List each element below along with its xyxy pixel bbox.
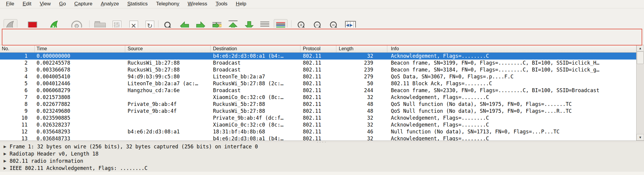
wireshark-window: FileEditViewGoCaptureAnalyzeStatisticsTe…: [0, 0, 644, 175]
packet-row-6[interactable]: 60.006068279Hangzhou_cd:7a:6eBroadcast80…: [0, 87, 636, 94]
cell-destination: 18:31:bf:4b:8b:68: [211, 128, 300, 135]
detail-text: Frame 1: 32 bytes on wire (256 bits), 32…: [10, 143, 258, 150]
cell-source: Hangzhou_cd:7a:6e: [125, 87, 211, 94]
menu-statistics[interactable]: Statistics: [123, 0, 152, 8]
menu-bar: FileEditViewGoCaptureAnalyzeStatisticsTe…: [0, 0, 644, 8]
cell-destination: Broadcast: [211, 66, 300, 73]
cell-protocol: 802.11: [300, 128, 336, 135]
cell-info: Acknowledgement, Flags=........C: [387, 53, 636, 60]
cell-no: 1: [0, 53, 35, 60]
packet-row-11[interactable]: 110.026328237XiaomiCo_0c:32:c0 (8c:…802.…: [0, 121, 636, 128]
column-header-protocol[interactable]: Protocol: [300, 45, 336, 52]
cell-no: 6: [0, 87, 35, 94]
cell-info: Beacon frame, SN=2330, FN=0, Flags=.....…: [387, 87, 636, 94]
scrollbar-thumb[interactable]: [637, 51, 644, 64]
menu-telephony[interactable]: Telephony: [152, 0, 184, 8]
expander-triangle-icon[interactable]: ▶: [0, 143, 10, 150]
cell-time: 0.023249680: [35, 108, 125, 115]
cell-time: 0.035648293: [35, 128, 125, 135]
cell-info: QoS Null function (No data), SN=1975, FN…: [387, 108, 636, 115]
packet-row-8[interactable]: 80.022677882Private_9b:ab:4fRuckusWi_5b:…: [0, 101, 636, 108]
cell-source: RuckusWi_5b:27:88: [125, 66, 211, 73]
cell-no: 8: [0, 101, 35, 108]
cell-source: 94:d9:b3:99:c5:80: [125, 73, 211, 80]
cell-info: Beacon frame, SN=3199, FN=0, Flags=.....…: [387, 60, 636, 66]
cell-destination: Broadcast: [211, 87, 300, 94]
detail-row[interactable]: ▶802.11 radio information: [0, 157, 644, 165]
cell-length: 48: [336, 101, 387, 108]
menu-help[interactable]: Help: [232, 0, 250, 8]
detail-row[interactable]: ▶Frame 1: 32 bytes on wire (256 bits), 3…: [0, 143, 644, 150]
packet-row-4[interactable]: 40.00400541094:d9:b3:99:c5:80LiteonTe_bb…: [0, 73, 636, 80]
menu-analyze[interactable]: Analyze: [96, 0, 123, 8]
scroll-up-button[interactable]: ▲: [637, 45, 644, 51]
cell-protocol: 802.11: [300, 115, 336, 121]
svg-text:+: +: [299, 22, 303, 27]
menu-tools[interactable]: Tools: [211, 0, 232, 8]
cell-source: Private_9b:ab:4f: [125, 108, 211, 115]
cell-source: [125, 121, 211, 128]
menu-edit[interactable]: Edit: [18, 0, 35, 8]
cell-time: 0.003366678: [35, 66, 125, 73]
column-header-time[interactable]: Time: [35, 45, 125, 52]
detail-row[interactable]: ▶Radiotap Header v0, Length 18: [0, 150, 644, 157]
cell-protocol: 802.11: [300, 87, 336, 94]
svg-text:−: −: [315, 22, 319, 27]
cell-source: RuckusWi_1b:27:88: [125, 60, 211, 66]
menu-file[interactable]: File: [2, 0, 18, 8]
cell-no: 13: [0, 135, 35, 141]
expander-triangle-icon[interactable]: ▶: [0, 157, 10, 165]
packet-row-3[interactable]: 30.003366678RuckusWi_5b:27:88Broadcast80…: [0, 66, 636, 73]
cell-no: 4: [0, 73, 35, 80]
menu-wireless[interactable]: Wireless: [184, 0, 211, 8]
cell-protocol: 802.11: [300, 94, 336, 101]
detail-row[interactable]: ▶IEEE 802.11 Acknowledgement, Flags: ...…: [0, 165, 644, 172]
svg-text:=: =: [332, 23, 335, 27]
expander-triangle-icon[interactable]: ▶: [0, 165, 10, 172]
pane-splitter[interactable]: ····: [0, 141, 644, 143]
cell-source: b4:e6:2d:d3:08:a1: [125, 128, 211, 135]
column-header-length[interactable]: Length: [336, 45, 387, 52]
packet-row-1[interactable]: 10.000000000b4:e6:2d:d3:08:a1 (b4:…802.1…: [0, 53, 636, 60]
cell-destination: Private_9b:ab:4f (dc:f…: [211, 115, 300, 121]
packet-row-9[interactable]: 90.023249680Private_9b:ab:4fRuckusWi_5b:…: [0, 108, 636, 115]
cell-source: [125, 94, 211, 101]
cell-protocol: 802.11: [300, 73, 336, 80]
cell-destination: RuckusWi_5b:27:88 (2c:…: [211, 80, 300, 87]
cell-no: 11: [0, 121, 35, 128]
cell-source: [125, 115, 211, 121]
cell-no: 7: [0, 94, 35, 101]
cell-time: 0.002245578: [35, 60, 125, 66]
packet-row-12[interactable]: 120.035648293b4:e6:2d:d3:08:a118:31:bf:4…: [0, 128, 636, 135]
menu-view[interactable]: View: [36, 0, 55, 8]
cell-length: 32: [336, 115, 387, 121]
scroll-down-button[interactable]: ▼: [637, 134, 644, 141]
packet-list: 10.000000000b4:e6:2d:d3:08:a1 (b4:…802.1…: [0, 53, 636, 141]
vertical-scrollbar[interactable]: ▲ ▼: [636, 45, 644, 141]
expander-triangle-icon[interactable]: ▶: [0, 150, 10, 157]
packet-row-7[interactable]: 70.021573808XiaomiCo_0c:32:c0 (8c:…802.1…: [0, 94, 636, 101]
cell-info: QoS Null function (No data), SN=1975, FN…: [387, 101, 636, 108]
menu-capture[interactable]: Capture: [70, 0, 96, 8]
packet-row-5[interactable]: 50.004012446LiteonTe_bb:2a:a7 (ac:…Rucku…: [0, 80, 636, 87]
column-header-source[interactable]: Source: [125, 45, 211, 52]
cell-time: 0.004012446: [35, 80, 125, 87]
cell-destination: XiaomiCo_0c:32:c0 (8c:…: [211, 121, 300, 128]
cell-length: 48: [336, 108, 387, 115]
cell-destination: XiaomiCo_0c:32:c0 (8c:…: [211, 94, 300, 101]
cell-info: 802.11 Block Ack, Flags=........C: [387, 80, 636, 87]
main-toolbar: ↻ ⚙ 010101100011 ✕ ↻: [0, 8, 644, 28]
packet-list-header: No.TimeSourceDestinationProtocolLengthIn…: [0, 45, 636, 53]
packet-row-2[interactable]: 20.002245578RuckusWi_1b:27:88Broadcast80…: [0, 60, 636, 66]
cell-time: 0.036848733: [35, 135, 125, 141]
cell-length: 32: [336, 94, 387, 101]
cell-info: Acknowledgement, Flags=........C: [387, 121, 636, 128]
column-header-destination[interactable]: Destination: [211, 45, 300, 52]
packet-row-10[interactable]: 100.023590885Private_9b:ab:4f (dc:f…802.…: [0, 115, 636, 121]
column-header-info[interactable]: Info: [387, 45, 636, 52]
cell-protocol: 802.11: [300, 66, 336, 73]
menu-go[interactable]: Go: [55, 0, 70, 8]
cell-time: 0.022677882: [35, 101, 125, 108]
column-header-no[interactable]: No.: [0, 45, 35, 52]
cell-length: 244: [336, 87, 387, 94]
